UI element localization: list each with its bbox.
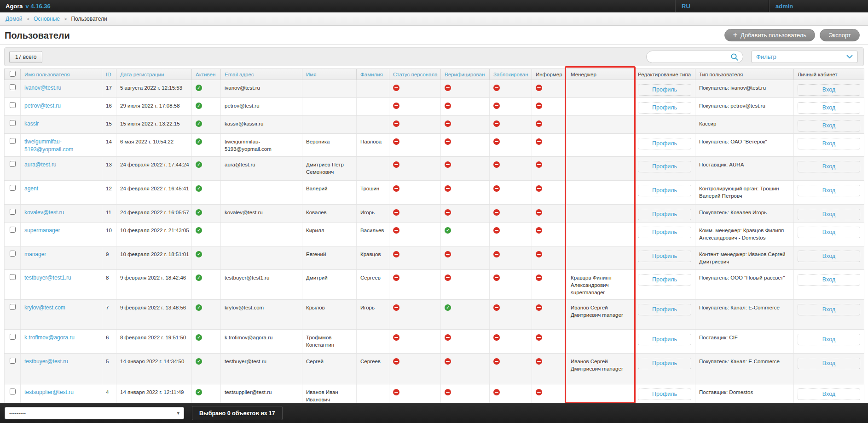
informer-denied-icon bbox=[536, 120, 542, 127]
row-checkbox[interactable] bbox=[10, 274, 16, 280]
sortable-column-header-label[interactable]: Заблокирован bbox=[493, 72, 528, 77]
row-checkbox[interactable] bbox=[10, 304, 16, 310]
total-count-button[interactable]: 17 всего bbox=[9, 51, 42, 63]
filter-dropdown[interactable]: Фильтр bbox=[751, 51, 858, 63]
sortable-column-header-label[interactable]: ID bbox=[106, 72, 111, 77]
login-button[interactable]: Вход bbox=[798, 161, 860, 172]
personal-cabinet-cell: Вход bbox=[794, 116, 864, 134]
row-checkbox[interactable] bbox=[10, 358, 16, 364]
locale-switcher[interactable]: RU bbox=[675, 0, 769, 12]
username-link[interactable]: aura@test.ru bbox=[24, 161, 57, 168]
row-checkbox[interactable] bbox=[10, 334, 16, 340]
row-checkbox[interactable] bbox=[10, 120, 16, 126]
profile-button[interactable]: Профиль bbox=[638, 84, 691, 96]
row-checkbox[interactable] bbox=[10, 161, 16, 167]
profile-button[interactable]: Профиль bbox=[638, 227, 691, 238]
sortable-column-header-label[interactable]: Дата регистрации bbox=[120, 72, 164, 77]
verified-denied-icon bbox=[445, 185, 451, 192]
username-link[interactable]: kovalev@test.ru bbox=[24, 209, 64, 216]
verified-cell bbox=[441, 354, 490, 384]
edit-type-cell: Профиль bbox=[634, 80, 695, 98]
profile-button[interactable]: Профиль bbox=[638, 389, 691, 400]
manager-cell bbox=[567, 246, 634, 270]
export-button[interactable]: Экспорт bbox=[820, 29, 860, 41]
username-link[interactable]: testbuyer@test1.ru bbox=[24, 274, 71, 281]
profile-button[interactable]: Профиль bbox=[638, 334, 691, 345]
login-button[interactable]: Вход bbox=[798, 102, 860, 114]
first-name-cell bbox=[302, 116, 357, 134]
profile-button[interactable]: Профиль bbox=[638, 209, 691, 220]
app-brand[interactable]: Agora bbox=[6, 3, 23, 10]
registration-date-cell: 29 июля 2022 г. 17:08:58 bbox=[116, 98, 192, 116]
profile-button[interactable]: Профиль bbox=[638, 304, 691, 315]
username-link[interactable]: krylov@test.com bbox=[24, 304, 65, 311]
staff-status-cell bbox=[389, 134, 441, 157]
table-row: k.trofimov@agora.ru68 февраля 2022 г. 19… bbox=[5, 330, 864, 354]
username-link[interactable]: agent bbox=[24, 185, 38, 192]
login-button[interactable]: Вход bbox=[798, 84, 860, 96]
search-input[interactable] bbox=[647, 54, 743, 60]
action-select[interactable]: --------- ▾ bbox=[5, 407, 184, 419]
profile-button[interactable]: Профиль bbox=[638, 138, 691, 149]
row-checkbox[interactable] bbox=[10, 389, 16, 394]
username-link[interactable]: supermanager bbox=[24, 227, 60, 234]
username-link[interactable]: kassir bbox=[24, 120, 39, 127]
profile-button[interactable]: Профиль bbox=[638, 274, 691, 286]
sortable-column-header-label[interactable]: Фамилия bbox=[360, 72, 383, 77]
username-link[interactable]: testbuyer@test.ru bbox=[24, 358, 68, 365]
blocked-denied-icon bbox=[493, 209, 500, 216]
username-link[interactable]: testsupplier@test.ru bbox=[24, 389, 74, 395]
login-button[interactable]: Вход bbox=[798, 138, 860, 149]
id-cell: 16 bbox=[102, 98, 116, 116]
username-link[interactable]: manager bbox=[24, 251, 46, 257]
informer-denied-icon bbox=[536, 334, 542, 341]
username-link[interactable]: petrov@test.ru bbox=[24, 103, 61, 109]
row-checkbox[interactable] bbox=[10, 209, 16, 215]
selection-count-button[interactable]: Выбрано 0 объектов из 17 bbox=[192, 406, 283, 420]
users-table: Имя пользователяIDДата регистрацииАктиве… bbox=[4, 69, 864, 409]
row-checkbox[interactable] bbox=[10, 102, 16, 108]
breadcrumb-main[interactable]: Основные bbox=[34, 16, 60, 22]
profile-button[interactable]: Профиль bbox=[638, 251, 691, 262]
sortable-column-header-label[interactable]: Имя пользователя bbox=[24, 72, 69, 77]
search-icon[interactable] bbox=[730, 53, 739, 61]
sortable-column-header-label[interactable]: Активен bbox=[196, 72, 215, 77]
row-checkbox[interactable] bbox=[10, 138, 16, 144]
row-checkbox[interactable] bbox=[10, 251, 16, 257]
user-menu[interactable]: admin bbox=[769, 0, 868, 12]
row-checkbox[interactable] bbox=[10, 84, 16, 90]
add-user-button[interactable]: + Добавить пользователь bbox=[724, 29, 815, 41]
login-button[interactable]: Вход bbox=[798, 185, 860, 196]
last-name-cell bbox=[357, 116, 389, 134]
login-button[interactable]: Вход bbox=[798, 389, 860, 400]
staff-status-denied-icon bbox=[393, 103, 399, 109]
profile-button[interactable]: Профиль bbox=[638, 161, 691, 172]
first-name-cell: Крылов bbox=[302, 300, 357, 330]
login-button[interactable]: Вход bbox=[798, 209, 860, 220]
login-button[interactable]: Вход bbox=[798, 274, 860, 286]
sortable-column-header-label[interactable]: Email адрес bbox=[225, 72, 254, 77]
select-all-checkbox[interactable] bbox=[10, 71, 16, 77]
login-button[interactable]: Вход bbox=[798, 304, 860, 315]
row-checkbox-cell bbox=[5, 181, 21, 205]
profile-button[interactable]: Профиль bbox=[638, 358, 691, 369]
staff-status-cell bbox=[389, 205, 441, 223]
login-button[interactable]: Вход bbox=[798, 227, 860, 238]
sortable-column-header-label[interactable]: Статус персонала bbox=[393, 72, 438, 77]
sortable-column-header-label[interactable]: Имя bbox=[306, 72, 316, 77]
login-button[interactable]: Вход bbox=[798, 120, 860, 131]
row-checkbox[interactable] bbox=[10, 185, 16, 191]
login-button[interactable]: Вход bbox=[798, 358, 860, 369]
username-link[interactable]: k.trofimov@agora.ru bbox=[24, 334, 75, 341]
username-link[interactable]: tiweigummifau-5193@yopmail.com bbox=[24, 138, 73, 153]
email-cell: aura@test.ru bbox=[221, 157, 302, 181]
login-button[interactable]: Вход bbox=[798, 251, 860, 262]
breadcrumb-home[interactable]: Домой bbox=[6, 16, 23, 22]
username-link[interactable]: ivanov@test.ru bbox=[24, 85, 61, 91]
profile-button[interactable]: Профиль bbox=[638, 102, 691, 114]
staff-status-cell bbox=[389, 157, 441, 181]
sortable-column-header-label[interactable]: Верифицирован bbox=[445, 72, 485, 77]
login-button[interactable]: Вход bbox=[798, 334, 860, 345]
row-checkbox[interactable] bbox=[10, 227, 16, 233]
profile-button[interactable]: Профиль bbox=[638, 185, 691, 196]
